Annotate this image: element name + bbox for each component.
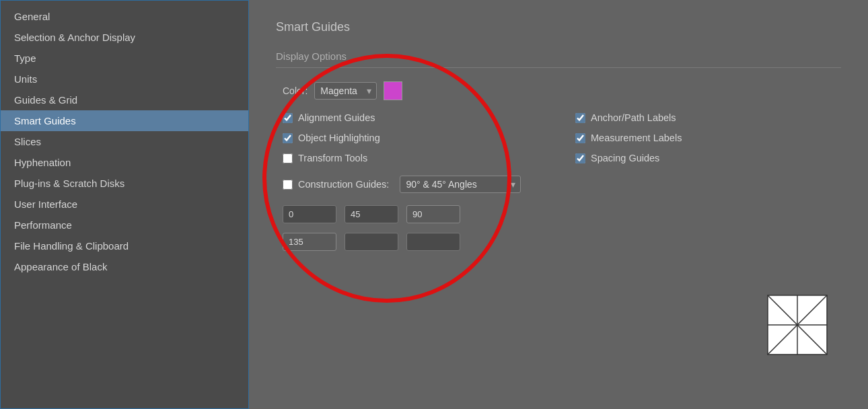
angle-input-135[interactable]	[283, 233, 336, 251]
sidebar-item-user-interface[interactable]: User Interface	[1, 194, 248, 215]
construction-guides-row: Construction Guides: 90° & 45° Angles 45…	[276, 176, 841, 193]
angle-inputs-row1	[276, 205, 841, 223]
sidebar-item-appearance-black[interactable]: Appearance of Black	[1, 256, 248, 277]
sidebar-item-performance[interactable]: Performance	[1, 215, 248, 235]
sidebar-item-slices[interactable]: Slices	[1, 131, 248, 152]
angle-input-0[interactable]	[283, 205, 336, 223]
sidebar-item-general[interactable]: General	[1, 6, 248, 27]
spacing-guides-checkbox[interactable]	[575, 153, 585, 163]
transform-tools-checkbox[interactable]	[283, 153, 293, 163]
checkbox-anchor-path-labels[interactable]: Anchor/Path Labels	[575, 112, 841, 123]
color-row: Color: None Magenta Cyan Yellow Red Gree…	[276, 81, 841, 100]
checkbox-alignment-guides[interactable]: Alignment Guides	[283, 112, 548, 123]
angle-input-90[interactable]	[406, 205, 460, 223]
color-select-wrapper: None Magenta Cyan Yellow Red Green Blue …	[314, 82, 377, 100]
checkbox-measurement-labels[interactable]: Measurement Labels	[575, 133, 841, 143]
angle-input-45[interactable]	[345, 205, 398, 223]
angle-input-empty1[interactable]	[345, 233, 398, 251]
object-highlighting-label: Object Highlighting	[298, 133, 380, 143]
sidebar-item-selection-anchor[interactable]: Selection & Anchor Display	[1, 27, 248, 48]
angle-input-empty2[interactable]	[406, 233, 460, 251]
angle-inputs-row2	[276, 233, 841, 251]
checkbox-object-highlighting[interactable]: Object Highlighting	[283, 133, 548, 143]
sidebar-item-type[interactable]: Type	[1, 48, 248, 69]
anchor-path-labels-label: Anchor/Path Labels	[591, 112, 676, 123]
checkbox-spacing-guides[interactable]: Spacing Guides	[575, 153, 841, 163]
alignment-guides-checkbox[interactable]	[283, 113, 293, 123]
color-select[interactable]: None Magenta Cyan Yellow Red Green Blue …	[314, 82, 377, 100]
color-swatch[interactable]	[384, 81, 402, 100]
construction-select[interactable]: 90° & 45° Angles 45° Angles 90° Angles C…	[400, 176, 521, 193]
construction-guides-checkbox[interactable]	[283, 180, 293, 190]
measurement-labels-checkbox[interactable]	[575, 133, 585, 143]
sidebar: General Selection & Anchor Display Type …	[0, 0, 249, 409]
checkbox-construction-guides[interactable]: Construction Guides:	[283, 179, 389, 190]
sidebar-item-plugins[interactable]: Plug-ins & Scratch Disks	[1, 173, 248, 194]
color-label: Color:	[283, 85, 308, 96]
construction-guides-label: Construction Guides:	[298, 179, 389, 190]
construction-select-wrapper: 90° & 45° Angles 45° Angles 90° Angles C…	[400, 176, 521, 193]
subsection-title: Display Options	[276, 50, 841, 68]
sidebar-item-hyphenation[interactable]: Hyphenation	[1, 152, 248, 173]
options-grid: Alignment Guides Anchor/Path Labels Obje…	[276, 112, 841, 163]
sidebar-item-units[interactable]: Units	[1, 69, 248, 89]
object-highlighting-checkbox[interactable]	[283, 133, 293, 143]
sidebar-item-smart-guides[interactable]: Smart Guides	[1, 110, 248, 131]
anchor-path-labels-checkbox[interactable]	[575, 113, 585, 123]
alignment-guides-label: Alignment Guides	[298, 112, 375, 123]
grid-diagram	[767, 295, 828, 355]
main-content: Smart Guides Display Options Color: None…	[249, 0, 868, 409]
section-title: Smart Guides	[276, 20, 841, 34]
measurement-labels-label: Measurement Labels	[591, 133, 682, 143]
transform-tools-label: Transform Tools	[298, 153, 367, 163]
spacing-guides-label: Spacing Guides	[591, 153, 659, 163]
sidebar-item-file-handling[interactable]: File Handling & Clipboard	[1, 235, 248, 256]
sidebar-item-guides-grid[interactable]: Guides & Grid	[1, 89, 248, 110]
checkbox-transform-tools[interactable]: Transform Tools	[283, 153, 548, 163]
